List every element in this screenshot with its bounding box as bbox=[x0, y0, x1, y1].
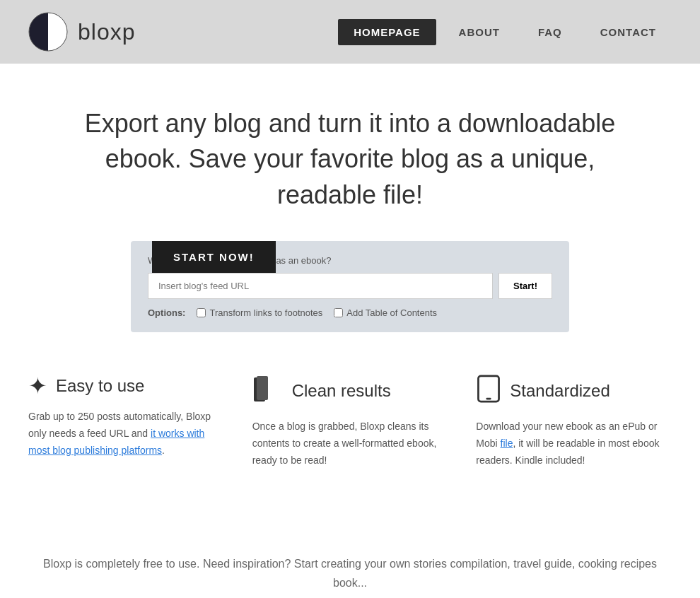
footnotes-checkbox[interactable] bbox=[197, 308, 206, 317]
svg-rect-3 bbox=[257, 376, 268, 400]
form-container: START NOW! What blog do you want to save… bbox=[131, 241, 569, 332]
nav-faq[interactable]: FAQ bbox=[523, 19, 578, 45]
url-input[interactable] bbox=[148, 273, 493, 299]
feature-standardized: Standardized Download your new ebook as … bbox=[476, 375, 672, 469]
feature-1-link: it works with most blog publishing platf… bbox=[28, 428, 204, 456]
header: bloxp HOMEPAGE ABOUT FAQ CONTACT bbox=[0, 0, 700, 64]
feature-2-title: Clean results bbox=[292, 381, 391, 401]
books-svg-icon bbox=[252, 375, 284, 403]
feature-3-header: Standardized bbox=[476, 375, 672, 407]
options-row: Options: Transform links to footnotes Ad… bbox=[148, 307, 552, 318]
tablet-svg-icon bbox=[476, 375, 501, 403]
feature-1-desc: Grab up to 250 posts automatically, Blox… bbox=[28, 409, 224, 459]
toc-checkbox[interactable] bbox=[334, 308, 343, 317]
wand-icon: ✦ bbox=[28, 375, 47, 397]
feature-easy-to-use: ✦ Easy to use Grab up to 250 posts autom… bbox=[28, 375, 224, 469]
footnotes-label: Transform links to footnotes bbox=[209, 307, 322, 318]
feature-3-desc: Download your new ebook as an ePub or Mo… bbox=[476, 418, 672, 469]
nav-about[interactable]: ABOUT bbox=[443, 19, 515, 45]
feature-3-link: file bbox=[501, 438, 513, 449]
feature-1-title: Easy to use bbox=[56, 376, 144, 396]
feature-clean-results: Clean results Once a blog is grabbed, Bl… bbox=[252, 375, 448, 469]
books-icon bbox=[252, 375, 284, 407]
feature-3-title: Standardized bbox=[510, 381, 609, 401]
toc-label: Add Table of Contents bbox=[346, 307, 437, 318]
main-content: Export any blog and turn it into a downl… bbox=[0, 64, 700, 526]
tablet-icon bbox=[476, 375, 501, 407]
hero-headline: Export any blog and turn it into a downl… bbox=[74, 106, 626, 213]
hero-section: Export any blog and turn it into a downl… bbox=[74, 106, 626, 213]
main-nav: HOMEPAGE ABOUT FAQ CONTACT bbox=[338, 19, 672, 45]
feature-2-desc: Once a blog is grabbed, Bloxp cleans its… bbox=[252, 418, 448, 469]
option-toc[interactable]: Add Table of Contents bbox=[334, 307, 437, 318]
start-button[interactable]: Start! bbox=[498, 273, 552, 299]
svg-rect-5 bbox=[486, 398, 491, 400]
start-now-button[interactable]: START NOW! bbox=[152, 241, 276, 273]
footer-text-section: Bloxp is completely free to use. Need in… bbox=[0, 526, 700, 598]
option-footnotes[interactable]: Transform links to footnotes bbox=[197, 307, 322, 318]
logo-icon bbox=[28, 12, 68, 52]
options-label: Options: bbox=[148, 307, 185, 318]
logo-text: bloxp bbox=[78, 19, 136, 45]
logo: bloxp bbox=[28, 12, 136, 52]
feature-2-header: Clean results bbox=[252, 375, 448, 407]
nav-contact[interactable]: CONTACT bbox=[585, 19, 672, 45]
features-section: ✦ Easy to use Grab up to 250 posts autom… bbox=[28, 375, 672, 469]
nav-homepage[interactable]: HOMEPAGE bbox=[338, 19, 436, 45]
form-input-row: Start! bbox=[148, 273, 552, 299]
footer-text: Bloxp is completely free to use. Need in… bbox=[28, 554, 672, 592]
feature-1-header: ✦ Easy to use bbox=[28, 375, 224, 397]
